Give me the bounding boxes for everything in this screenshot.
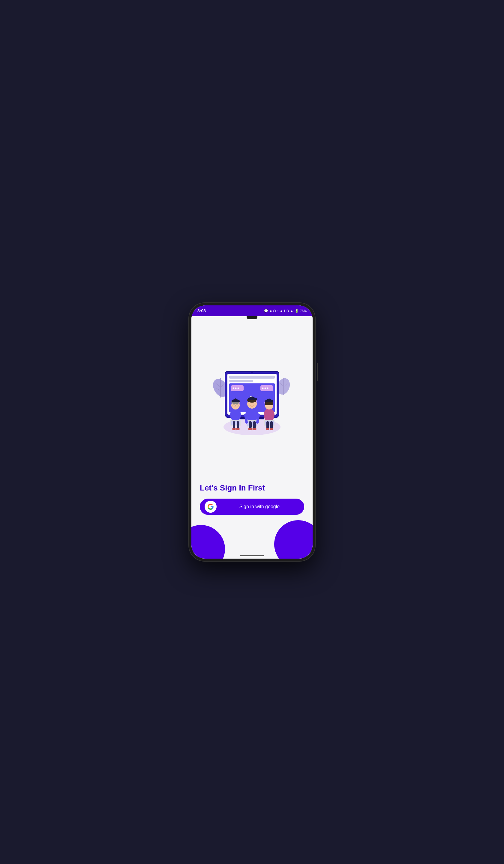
decor-circle-left [191,525,225,559]
battery-pct: 76% [300,309,307,313]
wifi-icon: ◈ [269,309,272,313]
camera-notch [247,316,257,319]
svg-point-58 [264,408,275,421]
svg-rect-55 [253,421,256,429]
svg-rect-14 [229,376,275,379]
svg-line-52 [245,415,247,422]
education-illustration [207,362,297,440]
hd-label: HD [284,309,289,313]
svg-point-41 [232,428,236,430]
status-bar: 3:03 💬 ◈ ⬡ • ▲ HD ▲ 🔋 76% [191,305,313,316]
svg-rect-62 [265,400,266,403]
google-btn-label: Sign in with google [219,504,299,509]
status-icons: 💬 ◈ ⬡ • ▲ HD ▲ 🔋 76% [264,309,307,313]
svg-rect-54 [249,421,252,429]
svg-point-43 [245,407,259,421]
svg-point-24 [265,387,266,389]
svg-point-21 [238,387,239,389]
home-indicator [240,555,264,556]
phone-frame: 3:03 💬 ◈ ⬡ • ▲ HD ▲ 🔋 76% [189,303,315,561]
svg-point-57 [252,428,256,430]
signal2-icon: ▲ [290,309,293,313]
svg-rect-30 [232,400,239,402]
svg-line-53 [257,415,259,422]
svg-point-49 [256,400,257,402]
svg-point-56 [248,428,252,430]
svg-point-23 [262,387,264,389]
svg-point-68 [266,428,269,430]
svg-rect-46 [248,398,256,400]
volume-button [317,363,318,381]
svg-rect-40 [237,421,239,429]
svg-point-25 [267,387,268,389]
svg-point-33 [239,402,240,404]
svg-point-42 [236,428,240,430]
bottom-decor [191,520,313,559]
svg-rect-39 [233,421,235,429]
svg-point-63 [264,402,265,404]
svg-rect-67 [270,421,273,429]
illustration-area [191,316,313,483]
svg-rect-66 [266,421,269,429]
svg-point-27 [230,408,241,421]
svg-point-19 [233,387,234,389]
svg-point-69 [270,428,273,430]
dot-icon: • [277,309,278,313]
google-logo [205,501,217,513]
bottom-section: Let's Sign In First Sign in with google [191,483,313,515]
mi-icon: ⬡ [273,309,276,313]
google-g-icon [207,503,214,510]
sign-in-title: Let's Sign In First [200,483,304,493]
phone-screen: 3:03 💬 ◈ ⬡ • ▲ HD ▲ 🔋 76% [191,305,313,559]
svg-rect-60 [265,400,273,402]
main-content: Let's Sign In First Sign in with google [191,316,313,559]
svg-point-26 [251,372,253,373]
messenger-icon: 💬 [264,309,268,313]
google-sign-in-button[interactable]: Sign in with google [200,499,304,515]
decor-circle-right [274,520,313,559]
signal-icon: ▲ [280,309,283,313]
battery-icon: 🔋 [295,309,299,313]
svg-rect-15 [229,380,253,382]
svg-point-20 [235,387,237,389]
status-time: 3:03 [197,309,206,313]
